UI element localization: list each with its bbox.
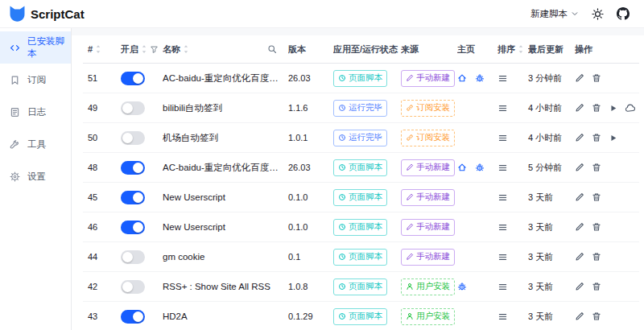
github-icon[interactable] xyxy=(617,7,630,20)
drag-handle-icon[interactable] xyxy=(497,311,508,322)
table-row: 51 AC-baidu-重定向优化百度搜狗谷歌... 26.03 页面脚本 手动… xyxy=(83,64,639,93)
delete-icon[interactable] xyxy=(592,282,601,291)
enable-toggle[interactable] xyxy=(121,250,145,264)
edit-icon[interactable] xyxy=(575,133,584,142)
delete-icon[interactable] xyxy=(592,192,601,202)
sort-icon[interactable] xyxy=(518,44,524,54)
edit-icon[interactable] xyxy=(575,222,584,232)
sort-icon[interactable] xyxy=(141,44,147,54)
sort-icon[interactable] xyxy=(95,44,101,54)
row-actions xyxy=(575,103,639,113)
col-header-sort: 排序 xyxy=(497,43,528,56)
origin-badge: 手动新建 xyxy=(401,219,455,236)
bug-icon[interactable] xyxy=(475,163,485,172)
delete-icon[interactable] xyxy=(592,103,601,113)
search-icon[interactable] xyxy=(267,44,277,54)
enable-toggle[interactable] xyxy=(121,221,145,234)
drag-handle-icon[interactable] xyxy=(497,192,508,203)
last-updated: 3 天前 xyxy=(528,221,575,233)
table-row: 50 机场自动签到 1.0.1 运行完毕 订阅安装 4 小时前 xyxy=(83,123,639,153)
sidebar-item-3[interactable]: 工具 xyxy=(0,128,71,160)
link-icon xyxy=(406,104,414,112)
row-actions xyxy=(575,73,639,83)
home-icon[interactable] xyxy=(457,163,467,172)
drag-handle-icon[interactable] xyxy=(497,73,508,84)
script-name[interactable]: RSS+ : Show Site All RSS xyxy=(163,272,288,301)
run-icon[interactable] xyxy=(609,104,617,113)
sidebar-item-0[interactable]: 已安装脚本 xyxy=(0,31,71,64)
script-name[interactable]: AC-baidu-重定向优化百度搜狗谷歌... xyxy=(163,64,288,93)
clock-icon xyxy=(338,163,346,171)
drag-handle-icon[interactable] xyxy=(497,282,508,292)
col-header-updated: 最后更新 xyxy=(528,43,575,56)
home-icon[interactable] xyxy=(457,73,467,83)
script-version: 1.0.1 xyxy=(288,133,333,142)
last-updated: 3 天前 xyxy=(528,281,575,293)
bug-icon[interactable] xyxy=(457,282,467,291)
cloud-icon[interactable] xyxy=(625,103,635,113)
run-icon[interactable] xyxy=(609,134,617,142)
edit-icon[interactable] xyxy=(575,192,584,202)
status-badge: 页面脚本 xyxy=(333,70,387,87)
script-name[interactable]: New Userscript xyxy=(163,183,288,212)
sidebar-menu: 已安装脚本 订阅 日志 工具 设置 xyxy=(0,28,72,330)
pencil-icon xyxy=(406,223,414,231)
edit-icon[interactable] xyxy=(575,103,584,113)
script-name[interactable]: gm cookie xyxy=(163,242,288,271)
script-name[interactable]: HD2A xyxy=(163,302,288,330)
clock-icon xyxy=(338,134,346,142)
drag-handle-icon[interactable] xyxy=(497,103,508,113)
status-badge: 运行完毕 xyxy=(333,130,387,146)
origin-badge: 手动新建 xyxy=(401,70,455,87)
delete-icon[interactable] xyxy=(592,163,601,172)
delete-icon[interactable] xyxy=(592,252,601,262)
delete-icon[interactable] xyxy=(592,222,601,232)
sidebar-item-2[interactable]: 日志 xyxy=(0,96,71,128)
last-updated: 4 小时前 xyxy=(528,102,575,114)
drag-handle-icon[interactable] xyxy=(497,252,508,262)
enable-toggle[interactable] xyxy=(121,101,145,115)
pencil-icon xyxy=(406,74,414,82)
drag-handle-icon[interactable] xyxy=(497,163,508,173)
status-badge: 页面脚本 xyxy=(333,159,387,176)
script-name[interactable]: bilibili自动签到 xyxy=(163,93,288,122)
enable-toggle[interactable] xyxy=(121,72,145,85)
enable-toggle[interactable] xyxy=(121,310,145,324)
edit-icon[interactable] xyxy=(575,282,584,291)
origin-badge: 用户安装 xyxy=(401,308,455,325)
enable-toggle[interactable] xyxy=(121,191,145,204)
origin-badge: 订阅安装 xyxy=(401,130,455,146)
sidebar-item-4[interactable]: 设置 xyxy=(0,160,71,192)
delete-icon[interactable] xyxy=(592,73,601,83)
bug-icon[interactable] xyxy=(475,73,485,83)
row-actions xyxy=(575,192,639,202)
edit-icon[interactable] xyxy=(575,73,584,83)
script-name[interactable]: AC-baidu-重定向优化百度搜狗谷歌... xyxy=(163,153,288,182)
origin-badge: 手动新建 xyxy=(401,189,455,206)
script-name[interactable]: New Userscript xyxy=(163,212,288,241)
drag-handle-icon[interactable] xyxy=(497,222,508,233)
enable-toggle[interactable] xyxy=(121,161,145,175)
table-body: 51 AC-baidu-重定向优化百度搜狗谷歌... 26.03 页面脚本 手动… xyxy=(83,64,639,330)
script-name[interactable]: 机场自动签到 xyxy=(163,123,288,152)
table-row: 45 New Userscript 0.1.0 页面脚本 手动新建 3 天前 xyxy=(83,183,639,212)
col-header-status: 应用至/运行状态 xyxy=(333,43,401,56)
theme-toggle-icon[interactable] xyxy=(592,8,604,20)
delete-icon[interactable] xyxy=(592,133,601,142)
drag-handle-icon[interactable] xyxy=(497,133,508,143)
edit-icon[interactable] xyxy=(575,163,584,172)
app-title: ScriptCat xyxy=(31,7,85,21)
sidebar-item-1[interactable]: 订阅 xyxy=(0,64,71,96)
origin-badge: 手动新建 xyxy=(401,159,455,176)
enable-toggle[interactable] xyxy=(121,280,145,294)
sort-icon[interactable] xyxy=(183,44,189,54)
delete-icon[interactable] xyxy=(592,311,601,321)
new-script-button[interactable]: 新建脚本 xyxy=(530,8,579,20)
sidebar-item-label: 工具 xyxy=(27,138,46,151)
pencil-icon xyxy=(406,253,414,261)
enable-toggle[interactable] xyxy=(121,131,145,145)
edit-icon[interactable] xyxy=(575,252,584,262)
script-version: 0.1.0 xyxy=(288,222,333,232)
filter-icon[interactable] xyxy=(150,45,159,54)
edit-icon[interactable] xyxy=(575,311,584,321)
